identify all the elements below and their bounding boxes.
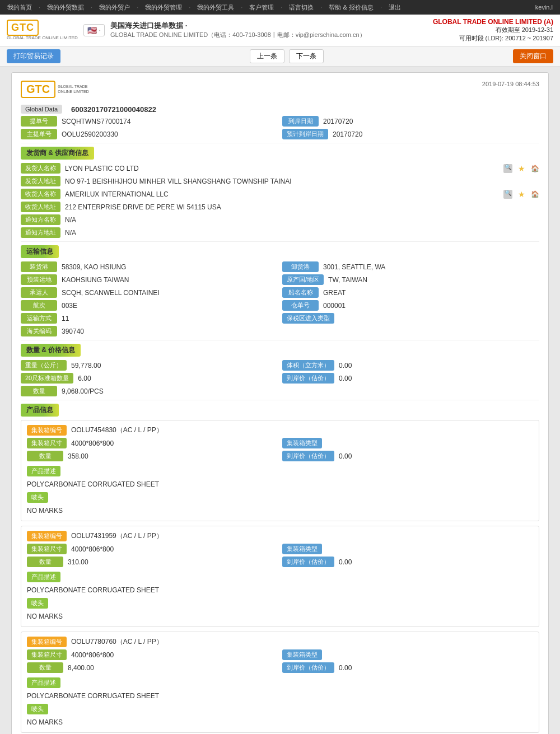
shipper-name-row: 发货人名称 LYON PLASTIC CO LTD 🔍 ★ 🏠: [21, 163, 539, 174]
unit-price-value: 0.00: [339, 375, 539, 382]
eta-value: 20170720: [333, 130, 539, 138]
container-type-pair-0: 集装箱类型: [282, 438, 533, 448]
logo-text: GTC: [11, 22, 34, 33]
consignee-home-icon[interactable]: 🏠: [531, 190, 539, 198]
bill-no-value: SCQHTWNS77000174: [62, 118, 278, 125]
nav-sep3: ·: [134, 4, 141, 11]
close-button-top[interactable]: 关闭窗口: [513, 49, 553, 63]
page-title: 美国海关进口提单数据 ·: [110, 21, 366, 31]
nav-help[interactable]: 帮助 & 报价信息: [326, 3, 376, 12]
eta-pair: 预计到岸日期 20170720: [282, 129, 539, 139]
nav-export-manage[interactable]: 我的外贸管理: [142, 3, 185, 12]
containers-pair: 20尺标准箱数量 6.00: [21, 373, 278, 384]
ldr-range: 可用时段 (LDR): 200712 ~ 201907: [433, 34, 553, 43]
container-item-0: 集装箱编号 OOLU7454830（AC / L / PP） 集装箱尺寸 400…: [21, 420, 539, 521]
shipper-star-icon[interactable]: ★: [518, 164, 525, 173]
containers-price-row: 20尺标准箱数量 6.00 到岸价（估价） 0.00: [21, 373, 539, 384]
page-header: GTC GLOBAL TRADE ONLINE LIMITED 🇺🇸 · 美国海…: [0, 15, 560, 46]
shipper-name-value: LYON PLASTIC CO LTD: [65, 165, 497, 172]
shipper-name-label: 发货人名称: [21, 163, 60, 174]
container-size-value-2: 4000*806*800: [71, 651, 278, 659]
quantity-value: 9,068.00/PCS: [62, 387, 539, 395]
header-right: GLOBAL TRADE ONLINE LIMITED (A) 有效期至 201…: [433, 18, 553, 43]
container-type-label-0: 集装箱类型: [282, 438, 322, 448]
discharge-port-pair: 卸货港 3001, SEATTLE, WA: [282, 261, 539, 272]
dest-label: 预装运地: [21, 274, 57, 285]
container-qty-label-1: 数量: [27, 557, 63, 567]
shipper-section: 发货商 & 供应商信息 发货人名称 LYON PLASTIC CO LTD 🔍 …: [21, 147, 539, 238]
nav-sep5: ·: [238, 4, 245, 11]
nav-export-account[interactable]: 我的外贸户: [96, 3, 133, 12]
origin-value: TW, TAIWAN: [328, 276, 539, 284]
container-size-pair-2: 集装箱尺寸 4000*806*800: [27, 649, 278, 660]
divider-1: [21, 143, 539, 143]
shipper-section-title: 发货商 & 供应商信息: [21, 147, 94, 160]
nav-sep8: ·: [377, 4, 385, 11]
ports-row: 装货港 58309, KAO HSIUNG 卸货港 3001, SEATTLE,…: [21, 261, 539, 272]
discharge-port-label: 卸货港: [282, 261, 319, 272]
consignee-star-icon[interactable]: ★: [518, 190, 525, 199]
bill-row: 提单号 SCQHTWNS77000174 到岸日期 20170720: [21, 116, 539, 127]
nav-export-tools[interactable]: 我的外贸工具: [194, 3, 237, 12]
bill-count-value: 000001: [323, 302, 539, 310]
container-price-value-1: 0.00: [339, 558, 533, 566]
container-size-pair-0: 集装箱尺寸 4000*806*800: [27, 438, 278, 448]
master-bill-row: 主提单号 OOLU2590200330 预计到岸日期 20170720: [21, 129, 539, 139]
nav-username: kevin.l: [533, 4, 556, 11]
container-qty-price-row-0: 数量 358.00 到岸价（估价） 0.00: [27, 451, 533, 461]
divider-4: [21, 400, 539, 400]
cutoff-date-label: 到岸日期: [282, 116, 319, 127]
container-num-value-1: OOLU7431959（AC / L / PP）: [71, 531, 533, 541]
shipper-search-icon[interactable]: 🔍: [503, 164, 512, 173]
cutoff-pair: 到岸日期 20170720: [282, 116, 539, 127]
containers-20-label: 20尺标准箱数量: [21, 373, 73, 384]
notify-addr-value: N/A: [65, 229, 539, 237]
volume-label: 体积（立方米）: [282, 360, 334, 371]
container-num-label-0: 集装箱编号: [27, 425, 67, 436]
logo-subtitle: GLOBAL TRADE ONLINE LIMITED: [7, 36, 78, 41]
container-num-value-2: OOLU7780760（AC / L / PP）: [71, 637, 533, 647]
container-size-pair-1: 集装箱尺寸 4000*806*800: [27, 544, 278, 554]
product-desc-block-0: 产品描述 POLYCARBONATE CORRUGATED SHEET 唛头 N…: [27, 464, 533, 515]
weight-volume-row: 重量（公斤） 59,778.00 体积（立方米） 0.00: [21, 360, 539, 371]
next-button-top[interactable]: 下一条: [289, 49, 324, 63]
container-qty-pair-1: 数量 310.00: [27, 557, 278, 567]
nav-language[interactable]: 语言切换: [286, 3, 316, 12]
nav-export-data[interactable]: 我的外贸数据: [44, 3, 87, 12]
master-bill-label: 主提单号: [21, 129, 57, 139]
master-bill-value: OOLU2590200330: [62, 130, 278, 138]
container-size-type-row-0: 集装箱尺寸 4000*806*800 集装箱类型: [27, 438, 533, 448]
nav-customer-mgmt[interactable]: 客户管理: [246, 3, 277, 12]
container-qty-value-1: 310.00: [68, 558, 278, 566]
containers-20-value: 6.00: [78, 375, 278, 382]
consignee-search-icon[interactable]: 🔍: [503, 190, 512, 199]
prev-button-top[interactable]: 上一条: [250, 49, 284, 63]
load-port-pair: 装货港 58309, KAO HSIUNG: [21, 261, 278, 272]
voyage-pair: 航次 003E: [21, 300, 278, 311]
dest-value: KAOHSIUNG TAIWAN: [62, 276, 278, 284]
record-header: GTC GLOBAL TRADE ONLINE LIMITED 2019-07-…: [21, 81, 539, 98]
load-port-label: 装货港: [21, 261, 57, 272]
header-left: GTC GLOBAL TRADE ONLINE LIMITED 🇺🇸 · 美国海…: [7, 20, 366, 41]
shipper-home-icon[interactable]: 🏠: [531, 165, 539, 172]
notify-addr-label: 通知方地址: [21, 227, 60, 238]
nav-home[interactable]: 我的首页: [4, 3, 35, 12]
product-desc-block-2: 产品描述 POLYCARBONATE CORRUGATED SHEET 唛头 N…: [27, 675, 533, 726]
gtc-logo: GTC GLOBAL TRADE ONLINE LIMITED: [7, 20, 78, 41]
container-num-value-0: OOLU7454830（AC / L / PP）: [71, 426, 533, 435]
product-desc-label-1: 产品描述: [27, 572, 60, 582]
container-price-label-2: 到岸价（估价）: [282, 662, 334, 673]
dest-origin-row: 预装运地 KAOHSIUNG TAIWAN 原产国/地区 TW, TAIWAN: [21, 274, 539, 285]
unit-price-label: 到岸价（估价）: [282, 373, 334, 384]
record-logo-sub: GLOBAL TRADE ONLINE LIMITED: [58, 85, 102, 94]
product-section: 产品信息 集装箱编号 OOLU7454830（AC / L / PP） 集装箱尺…: [21, 404, 539, 733]
top-navigation: 我的首页 · 我的外贸数据 · 我的外贸户 · 我的外贸管理 · 我的外贸工具 …: [0, 0, 560, 15]
header-title-area: 美国海关进口提单数据 · GLOBAL TRADE ONLINE LIMITED…: [110, 21, 366, 39]
print-button-top[interactable]: 打印贸易记录: [7, 49, 60, 63]
flag-selector[interactable]: 🇺🇸 ·: [83, 24, 105, 36]
marks-text-1: NO MARKS: [27, 613, 533, 620]
nav-sep4: ·: [186, 4, 193, 11]
container-num-row-0: 集装箱编号 OOLU7454830（AC / L / PP）: [27, 425, 533, 436]
product-desc-text-0: POLYCARBONATE CORRUGATED SHEET: [27, 480, 533, 488]
nav-logout[interactable]: 退出: [386, 3, 404, 12]
